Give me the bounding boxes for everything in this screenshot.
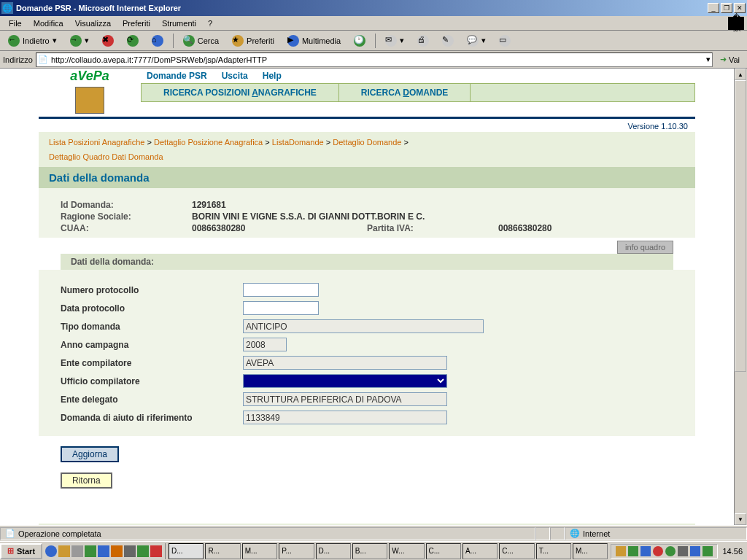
tab-ricerca-domande[interactable]: RICERCA DOMANDE	[339, 84, 471, 101]
ritorna-button[interactable]: Ritorna	[61, 472, 112, 489]
logo: aVePa	[39, 69, 141, 114]
ql-outlook-icon[interactable]	[58, 545, 70, 557]
ql-excel-icon[interactable]	[85, 545, 96, 557]
tray-icon[interactable]	[678, 546, 688, 556]
ie-icon: 🌐	[1, 2, 13, 14]
refresh-button[interactable]: ⟳	[122, 33, 144, 49]
anno-campagna-label: Anno campagna	[61, 340, 243, 350]
related-button[interactable]: ▭	[494, 33, 516, 49]
numero-protocollo-input[interactable]	[243, 283, 319, 297]
discuss-button[interactable]: 💬▾	[462, 33, 491, 49]
ql-app1-icon[interactable]	[111, 545, 123, 557]
multimedia-button[interactable]: ▶Multimedia	[282, 33, 346, 49]
breadcrumb: Lista Posizioni Anagrafiche > Dettaglio …	[39, 132, 695, 167]
bc-lista-domande[interactable]: ListaDomande	[272, 138, 324, 147]
id-domanda-value: 1291681	[192, 200, 226, 210]
nav-domande-psr[interactable]: Domande PSR	[147, 71, 207, 81]
scroll-thumb[interactable]	[735, 80, 746, 372]
task-item[interactable]: B...	[352, 543, 387, 559]
mail-button[interactable]: ✉▾	[380, 33, 409, 49]
nav-uscita[interactable]: Uscita	[222, 71, 248, 81]
nav-help[interactable]: Help	[263, 71, 282, 81]
scroll-up-button[interactable]: ▲	[735, 69, 746, 80]
page-header: aVePa Domande PSR Uscita Help RICERCA PO…	[39, 69, 695, 114]
ql-ie-icon[interactable]	[45, 545, 57, 557]
tray-icon[interactable]	[640, 546, 651, 556]
tray-icon[interactable]	[653, 546, 663, 556]
ql-app4-icon[interactable]	[150, 545, 162, 557]
section-title: Dati della domanda	[39, 167, 695, 188]
edit-button[interactable]: ✎	[437, 33, 459, 49]
task-item[interactable]: D...	[316, 543, 351, 559]
menu-help[interactable]: ?	[202, 18, 218, 29]
tray-icon[interactable]	[690, 546, 700, 556]
tab-ricerca-posizioni[interactable]: RICERCA POSIZIONI ANAGRAFICHE	[142, 84, 339, 101]
ql-app2-icon[interactable]	[124, 545, 136, 557]
menu-preferiti[interactable]: Preferiti	[117, 18, 156, 29]
avepa-logo-text: aVePa	[70, 69, 109, 84]
task-item[interactable]: D...	[169, 543, 204, 559]
domanda-rif-label: Domanda di aiuto di riferimento	[61, 413, 243, 423]
ie-throbber-icon: �似	[728, 17, 744, 30]
info-quadro-button[interactable]: info quadro	[617, 241, 673, 254]
task-item[interactable]: R...	[205, 543, 240, 559]
windows-icon: ⊞	[7, 546, 14, 556]
print-button[interactable]: 🖨	[412, 33, 434, 49]
history-button[interactable]: 🕑	[349, 33, 371, 49]
menu-modifica[interactable]: Modifica	[28, 18, 69, 29]
taskbar-tasks: D... R... M... P... D... B... W... C... …	[166, 543, 611, 559]
status-bar: 📄 Operazione completata 🌐 Internet	[0, 525, 747, 541]
piva-value: 00866380280	[498, 223, 551, 233]
tray-icon[interactable]	[628, 546, 638, 556]
url-input[interactable]: 📄 http://collaudo.avepa.it:7777/DomPSRWe…	[36, 52, 713, 67]
task-item[interactable]: W...	[389, 543, 424, 559]
ql-app3-icon[interactable]	[137, 545, 149, 557]
bc-lista-posizioni[interactable]: Lista Posizioni Anagrafiche	[49, 138, 144, 147]
home-button[interactable]: ⌂	[147, 33, 169, 49]
ufficio-compilatore-select[interactable]	[243, 374, 447, 388]
task-item[interactable]: A...	[462, 543, 498, 559]
aggiorna-button[interactable]: Aggiorna	[61, 446, 119, 462]
status-seg-1	[535, 527, 550, 540]
tray-icon[interactable]	[703, 546, 713, 556]
anno-campagna-field	[243, 338, 287, 351]
forward-button[interactable]: → ▾	[65, 33, 94, 49]
task-item[interactable]: M...	[242, 543, 277, 559]
task-item[interactable]: M...	[573, 543, 608, 559]
tray-icon[interactable]	[616, 546, 626, 556]
ente-delegato-field	[243, 392, 447, 406]
bc-current: Dettaglio Quadro Dati Domanda	[49, 151, 685, 163]
start-button[interactable]: ⊞ Start	[0, 543, 42, 559]
ufficio-compilatore-label: Ufficio compilatore	[61, 376, 243, 386]
stop-button[interactable]: ✖	[97, 33, 119, 49]
bc-dettaglio-domande[interactable]: Dettaglio Domande	[333, 138, 401, 147]
task-item[interactable]: P...	[279, 543, 314, 559]
menu-visualizza[interactable]: Visualizza	[69, 18, 117, 29]
favorites-button[interactable]: ★Preferiti	[227, 33, 279, 49]
go-button[interactable]: ➜Vai	[716, 52, 744, 67]
dropdown-icon[interactable]: ▾	[706, 55, 711, 64]
menu-strumenti[interactable]: Strumenti	[156, 18, 202, 29]
task-item[interactable]: C...	[426, 543, 461, 559]
tray-icon[interactable]	[665, 546, 676, 556]
tipo-domanda-label: Tipo domanda	[61, 322, 243, 332]
ente-compilatore-field	[243, 356, 447, 370]
minimize-button[interactable]: _	[708, 3, 719, 13]
scroll-down-button[interactable]: ▼	[735, 513, 746, 525]
window-title: Domande PSR - Microsoft Internet Explore…	[16, 4, 708, 12]
search-button[interactable]: 🔍Cerca	[178, 33, 224, 49]
menu-file[interactable]: File	[3, 18, 28, 29]
internet-zone-icon: 🌐	[570, 529, 580, 538]
clock: 14.56	[718, 547, 747, 556]
bc-dettaglio-posizione[interactable]: Dettaglio Posizione Anagrafica	[154, 138, 263, 147]
ql-desktop-icon[interactable]	[71, 545, 83, 557]
vertical-scrollbar[interactable]: ▲ ▼	[734, 69, 747, 525]
task-item[interactable]: C...	[499, 543, 534, 559]
close-button[interactable]: ✕	[734, 3, 746, 13]
restore-button[interactable]: ❐	[721, 3, 732, 13]
back-button[interactable]: ←Indietro ▾	[3, 33, 62, 49]
data-protocollo-input[interactable]	[243, 301, 319, 315]
toolbar: ←Indietro ▾ → ▾ ✖ ⟳ ⌂ 🔍Cerca ★Preferiti …	[0, 31, 747, 51]
task-item[interactable]: T...	[536, 543, 571, 559]
ql-word-icon[interactable]	[98, 545, 109, 557]
